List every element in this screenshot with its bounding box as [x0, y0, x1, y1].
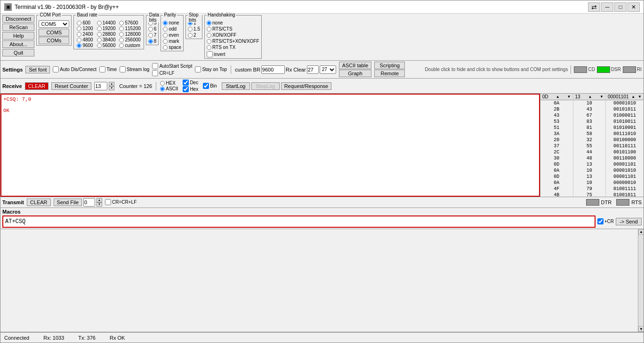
about-button[interactable]: About...	[2, 40, 34, 48]
parity-even[interactable]	[163, 33, 168, 38]
counter-down[interactable]: ▼	[109, 86, 114, 90]
parity-none[interactable]	[163, 21, 168, 25]
crcrlf-checkbox[interactable]	[105, 199, 111, 205]
start-log-button[interactable]: StartLog	[222, 82, 250, 90]
baud-38400[interactable]	[97, 38, 102, 42]
hex-row-item: 00101011	[606, 106, 644, 112]
auto-dis-connect-checkbox[interactable]	[53, 66, 59, 72]
handshake-none[interactable]	[207, 21, 211, 25]
restore-button[interactable]: ⇄	[588, 2, 600, 12]
quit-button[interactable]: Quit	[2, 49, 34, 56]
rx-clear-select[interactable]: 27	[320, 65, 336, 74]
stream-log-checkbox[interactable]	[120, 66, 126, 72]
baud-56000[interactable]	[97, 43, 102, 48]
baud-2400[interactable]	[77, 32, 81, 37]
format-ascii[interactable]	[160, 87, 165, 91]
baud-1200[interactable]	[77, 26, 81, 31]
graph-button[interactable]: Graph	[339, 70, 372, 77]
com-port-select[interactable]: COM5 COM1 COM2 COM3 COM4 COM6	[39, 20, 69, 28]
title-bar-left: ▣ Terminal v1.9b - 20100630Я - by Br@y++	[4, 3, 119, 11]
send-value-input[interactable]	[83, 198, 95, 207]
hex-row-item: 2C	[540, 149, 573, 155]
baud-256000[interactable]	[119, 38, 124, 42]
time-checkbox[interactable]	[99, 66, 105, 72]
help-button[interactable]: Help	[2, 32, 34, 40]
send-spinner[interactable]: ▲ ▼	[97, 198, 102, 207]
receive-clear-button[interactable]: CLEAR	[25, 82, 49, 90]
send-file-button[interactable]: Send File	[54, 199, 82, 206]
col3-sort-up[interactable]: ▲	[631, 95, 635, 99]
counter-spinner[interactable]: ▲ ▼	[109, 82, 114, 90]
baud-rate-group: Baud rate 600 1200 2400 4800 9600 14400 …	[73, 15, 144, 49]
bin-checkbox[interactable]	[203, 83, 209, 89]
coms-button[interactable]: COMS	[39, 29, 69, 36]
receive-text-area[interactable]: +CSQ: 7,0 OK	[0, 94, 540, 197]
counter-up[interactable]: ▲	[109, 82, 114, 86]
cr-checkbox[interactable]	[597, 218, 604, 224]
autostart-script-checkbox[interactable]	[152, 63, 158, 69]
parity-odd[interactable]	[163, 27, 168, 32]
baud-19200[interactable]	[97, 26, 102, 31]
extra-scroll-up[interactable]: ▲	[638, 229, 644, 235]
ascii-table-button[interactable]: ASCII table	[339, 62, 372, 69]
baud-115200[interactable]	[119, 26, 124, 31]
stay-on-top-checkbox[interactable]	[195, 66, 201, 72]
baud-4800[interactable]	[77, 38, 81, 42]
remote-button[interactable]: Remote	[374, 70, 405, 77]
parity-space[interactable]	[163, 45, 168, 50]
handshake-rtscts[interactable]	[207, 27, 211, 32]
send-up[interactable]: ▲	[97, 198, 102, 202]
baud-28800[interactable]	[97, 32, 102, 37]
col3-sort-down[interactable]: ▼	[638, 95, 642, 99]
transmit-clear-button[interactable]: CLEAR	[27, 199, 51, 206]
send-macro-button[interactable]: -> Send	[616, 218, 642, 225]
custom-br-input[interactable]	[261, 65, 285, 74]
extra-scroll-down[interactable]: ▼	[638, 326, 644, 332]
handshake-xonxoff[interactable]	[207, 33, 211, 38]
col2-sort-up[interactable]: ▲	[588, 95, 592, 99]
counter-input[interactable]	[94, 82, 107, 90]
format-hex[interactable]	[160, 81, 165, 86]
disconnect-button[interactable]: Disconnect	[2, 15, 34, 23]
hex-row-item: 79	[573, 186, 606, 192]
hex-row-item: 75	[573, 192, 606, 197]
stop-log-button[interactable]: StopLog	[251, 82, 280, 90]
scripting-button[interactable]: Scripting	[374, 62, 405, 69]
hex-checkbox[interactable]	[183, 86, 189, 92]
minimize-button[interactable]: ─	[601, 2, 613, 12]
stopbits-2[interactable]	[188, 33, 193, 38]
set-font-button[interactable]: Set font	[25, 66, 50, 73]
baud-14400[interactable]	[97, 21, 102, 25]
hex-row-item: 83	[573, 119, 606, 125]
rx-clear-input[interactable]	[307, 65, 319, 74]
send-down[interactable]: ▼	[97, 202, 102, 207]
crlf-checkbox[interactable]	[152, 70, 158, 76]
dec-checkbox[interactable]	[183, 80, 189, 86]
databits-6[interactable]	[148, 27, 153, 32]
baud-600[interactable]	[77, 21, 81, 25]
cd-indicator: CD	[574, 66, 595, 73]
databits-7[interactable]	[148, 33, 153, 38]
handshake-rtscts-xon[interactable]	[207, 39, 211, 44]
baud-custom[interactable]	[119, 43, 124, 48]
stopbits-15[interactable]	[188, 27, 193, 32]
coms2-button[interactable]: COMs	[39, 37, 69, 44]
stay-on-top-item: Stay on Top	[195, 66, 227, 72]
col2-sort-down[interactable]: ▼	[600, 95, 604, 99]
invert-checkbox[interactable]	[207, 51, 213, 57]
maximize-button[interactable]: □	[614, 2, 627, 12]
close-button[interactable]: ✕	[628, 2, 640, 12]
reset-counter-button[interactable]: Reset Counter	[51, 82, 91, 90]
baud-128000[interactable]	[119, 32, 124, 37]
handshake-rtson[interactable]	[207, 45, 211, 50]
macro-input[interactable]	[2, 215, 596, 228]
rescan-button[interactable]: ReScan	[2, 24, 34, 31]
request-response-button[interactable]: Request/Response	[281, 82, 332, 90]
col1-sort-up[interactable]: ▲	[556, 95, 560, 99]
parity-mark[interactable]	[163, 39, 168, 44]
col1-sort-down[interactable]: ▼	[567, 95, 571, 99]
log-area: StartLog StopLog Request/Response	[222, 82, 332, 90]
baud-57600[interactable]	[119, 21, 124, 25]
baud-9600[interactable]	[77, 43, 81, 48]
databits-8[interactable]	[148, 39, 153, 44]
